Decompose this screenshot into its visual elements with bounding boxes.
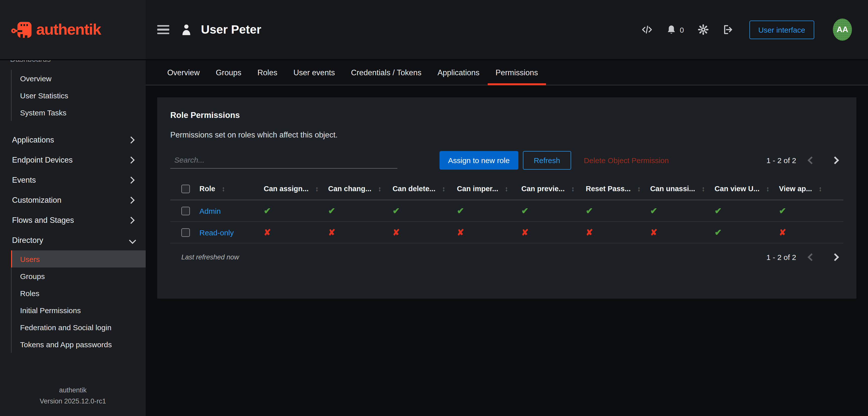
sidebar-group-dashboards: Dashboards — [10, 60, 146, 67]
permission-check-icon — [457, 207, 521, 215]
main-area: Overview Groups Roles User events Creden… — [146, 60, 868, 416]
sort-icon[interactable]: ↕ — [222, 185, 225, 193]
sort-icon[interactable]: ↕ — [766, 185, 770, 193]
column-header-role: Role↕ — [199, 185, 264, 193]
pagination-top: 1 - 2 of 2 — [767, 154, 843, 166]
row-checkbox[interactable] — [181, 207, 190, 215]
chevron-down-icon — [129, 237, 136, 244]
select-all-checkbox[interactable] — [181, 184, 190, 193]
sidebar-item-user-statistics[interactable]: User Statistics — [11, 87, 146, 104]
sidebar-item-system-tasks[interactable]: System Tasks — [11, 104, 146, 121]
column-header: Can delete...↕ — [393, 185, 457, 193]
brand-area[interactable]: authentik — [0, 0, 146, 59]
chevron-right-icon[interactable] — [826, 251, 843, 263]
sort-icon[interactable]: ↕ — [702, 185, 705, 193]
footer-app-name: authentik — [0, 385, 146, 396]
last-refreshed-label: Last refreshed now — [181, 253, 239, 261]
column-header: Can assign...↕ — [264, 185, 328, 193]
sort-icon[interactable]: ↕ — [637, 185, 641, 193]
chevron-right-icon — [128, 197, 135, 204]
sidebar-item-overview[interactable]: Overview — [11, 70, 146, 87]
avatar[interactable]: AA — [833, 19, 852, 41]
sidebar-item-tokens-app-passwords[interactable]: Tokens and App passwords — [11, 336, 146, 353]
permission-check-icon — [328, 207, 392, 215]
footer-version: Version 2025.12.0-rc1 — [0, 396, 146, 407]
permission-cross-icon — [264, 228, 328, 237]
sort-icon[interactable]: ↕ — [378, 185, 381, 193]
tab-user-events[interactable]: User events — [285, 60, 343, 85]
tab-permissions[interactable]: Permissions — [488, 60, 546, 85]
permission-cross-icon — [779, 228, 843, 237]
sort-icon[interactable]: ↕ — [315, 185, 319, 193]
row-checkbox[interactable] — [181, 228, 190, 237]
sort-icon[interactable]: ↕ — [818, 185, 822, 193]
column-header: Can imper...↕ — [457, 185, 521, 193]
role-link[interactable]: Read-only — [199, 228, 264, 237]
chevron-right-icon[interactable] — [826, 154, 843, 166]
column-header: Can unassi...↕ — [650, 185, 715, 193]
tab-applications[interactable]: Applications — [430, 60, 488, 85]
user-tabs: Overview Groups Roles User events Creden… — [146, 60, 868, 85]
column-header: Reset Pass...↕ — [586, 185, 650, 193]
role-link[interactable]: Admin — [199, 207, 264, 215]
column-header: Can view U...↕ — [715, 185, 779, 193]
table-toolbar: Assign to new role Refresh Delete Object… — [170, 150, 843, 170]
sidebar-item-roles[interactable]: Roles — [11, 284, 146, 302]
api-code-icon[interactable] — [641, 24, 653, 35]
column-header: View ap...↕ — [779, 185, 843, 193]
permission-check-icon — [586, 207, 650, 215]
sidebar-item-users[interactable]: Users — [11, 250, 146, 268]
sort-icon[interactable]: ↕ — [442, 185, 445, 193]
notifications-bell-icon[interactable]: 0 — [667, 24, 684, 35]
top-header: authentik User Peter — [0, 0, 868, 60]
permission-check-icon — [393, 207, 457, 215]
pagination-bottom: 1 - 2 of 2 — [767, 251, 843, 263]
table-footer: Last refreshed now 1 - 2 of 2 — [170, 251, 843, 263]
tab-groups[interactable]: Groups — [208, 60, 249, 85]
permission-check-icon — [521, 207, 586, 215]
settings-gear-icon[interactable] — [698, 24, 709, 35]
sidebar-footer: authentik Version 2025.12.0-rc1 — [0, 385, 146, 416]
sidebar-item-customization[interactable]: Customization — [0, 190, 146, 210]
authentik-logo-icon — [11, 21, 32, 38]
authentik-admin-window: authentik User Peter — [0, 0, 868, 416]
permission-cross-icon — [521, 228, 586, 237]
sidebar-item-initial-permissions[interactable]: Initial Permissions — [11, 302, 146, 319]
table-row: Admin — [170, 200, 843, 222]
sidebar-item-events[interactable]: Events — [0, 170, 146, 190]
permission-check-icon — [715, 228, 779, 237]
search-input[interactable] — [170, 151, 397, 169]
sidebar-item-applications[interactable]: Applications — [0, 130, 146, 150]
sidebar-item-groups[interactable]: Groups — [11, 268, 146, 284]
sidebar-item-flows-and-stages[interactable]: Flows and Stages — [0, 210, 146, 230]
sort-icon[interactable]: ↕ — [505, 185, 508, 193]
tab-credentials-tokens[interactable]: Credentials / Tokens — [343, 60, 430, 85]
sign-out-icon[interactable] — [722, 24, 734, 35]
table-row: Read-only — [170, 222, 843, 243]
header-bar: User Peter 0 — [146, 0, 868, 59]
delete-object-permission-button[interactable]: Delete Object Permission — [584, 156, 669, 164]
permission-cross-icon — [457, 228, 521, 237]
sidebar-item-federation-social-login[interactable]: Federation and Social login — [11, 319, 146, 336]
permission-check-icon — [779, 207, 843, 215]
page-title: User Peter — [201, 23, 261, 37]
hamburger-menu-icon[interactable] — [157, 25, 169, 34]
tab-roles[interactable]: Roles — [249, 60, 285, 85]
card-description: Permissions set on roles which affect th… — [170, 131, 843, 139]
chevron-right-icon — [128, 177, 135, 184]
sidebar-item-directory[interactable]: Directory — [0, 230, 146, 250]
tab-overview[interactable]: Overview — [159, 60, 208, 85]
card-title: Role Permissions — [170, 110, 843, 120]
refresh-button[interactable]: Refresh — [523, 151, 571, 169]
sidebar-item-endpoint-devices[interactable]: Endpoint Devices — [0, 150, 146, 170]
sort-icon[interactable]: ↕ — [571, 185, 575, 193]
chevron-left-icon[interactable] — [803, 154, 820, 166]
assign-to-new-role-button[interactable]: Assign to new role — [439, 151, 518, 169]
permission-check-icon — [650, 207, 715, 215]
user-interface-button[interactable]: User interface — [749, 20, 814, 39]
chevron-left-icon[interactable] — [803, 251, 820, 263]
permission-cross-icon — [393, 228, 457, 237]
chevron-right-icon — [128, 217, 135, 224]
user-icon — [181, 24, 192, 36]
permission-check-icon — [264, 207, 328, 215]
